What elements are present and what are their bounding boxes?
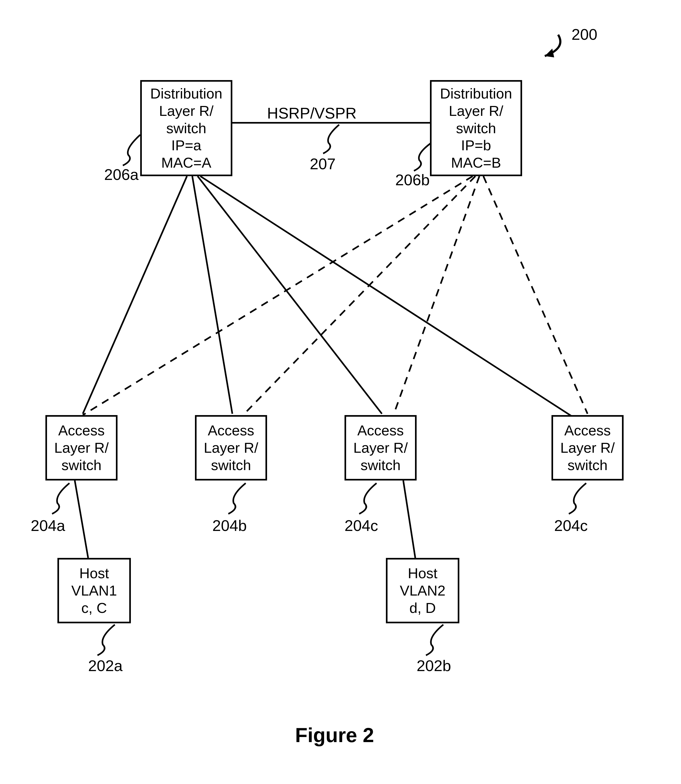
figure-ref-arrow	[545, 35, 560, 57]
node-text: c, C	[81, 599, 107, 616]
node-text: switch	[62, 457, 101, 474]
callout-curve-207	[323, 125, 339, 153]
node-host-2: Host VLAN2 d, D	[386, 558, 459, 623]
node-text: VLAN2	[400, 582, 445, 599]
callout-207: 207	[310, 155, 336, 173]
node-text: IP=b	[461, 137, 491, 154]
callout-204c2: 204c	[554, 517, 588, 534]
edge-access3-host2	[403, 481, 415, 558]
node-access-3: Access Layer R/ switch	[345, 415, 417, 481]
callout-202a: 202a	[88, 657, 123, 675]
node-text: Layer R/	[560, 439, 615, 457]
link-label-hsrp-vspr: HSRP/VSPR	[267, 104, 356, 122]
node-text: Layer R/	[54, 439, 109, 457]
callout-206b: 206b	[395, 171, 430, 189]
node-text: Layer R/	[159, 102, 213, 120]
node-distribution-a: Distribution Layer R/ switch IP=a MAC=A	[140, 80, 232, 176]
node-text: Distribution	[440, 85, 512, 102]
figure-caption: Figure 2	[295, 723, 374, 747]
node-access-4: Access Layer R/ switch	[551, 415, 624, 481]
callout-curve-206b	[414, 143, 431, 171]
node-text: Layer R/	[204, 439, 258, 457]
node-text: switch	[166, 120, 206, 137]
node-text: switch	[567, 457, 608, 474]
node-text: switch	[361, 457, 401, 474]
node-text: switch	[211, 457, 251, 474]
edge-distA-access1	[83, 176, 187, 414]
edge-distA-access2	[192, 176, 232, 414]
callout-curve-202b	[426, 624, 443, 655]
node-text: VLAN1	[71, 582, 117, 599]
node-text: Access	[58, 422, 105, 439]
node-text: Access	[564, 422, 611, 439]
callout-curve-206a	[123, 135, 140, 166]
node-access-2: Access Layer R/ switch	[195, 415, 267, 481]
callout-204a: 204a	[31, 517, 65, 534]
node-text: MAC=B	[451, 154, 501, 171]
node-text: Host	[79, 564, 109, 582]
edge-distB-access2	[244, 176, 475, 414]
node-text: Layer R/	[449, 102, 503, 120]
node-distribution-b: Distribution Layer R/ switch IP=b MAC=B	[430, 80, 522, 176]
edge-distB-access1	[83, 176, 473, 415]
callout-206a: 206a	[104, 166, 139, 183]
node-host-1: Host VLAN1 c, C	[57, 558, 131, 623]
node-text: switch	[456, 120, 496, 137]
edge-distB-access3	[394, 176, 479, 414]
node-access-1: Access Layer R/ switch	[45, 415, 117, 481]
figure-ref-label: 200	[572, 25, 597, 43]
node-text: Distribution	[150, 85, 222, 102]
svg-marker-0	[545, 49, 554, 57]
edge-access1-host1	[75, 481, 88, 558]
node-text: Layer R/	[353, 439, 408, 457]
callout-204c: 204c	[345, 517, 378, 534]
callout-204b: 204b	[212, 517, 247, 534]
node-text: Access	[208, 422, 254, 439]
callout-curve-204c	[359, 483, 377, 514]
node-text: Host	[408, 564, 437, 582]
callout-202b: 202b	[417, 657, 451, 675]
node-text: MAC=A	[161, 154, 212, 171]
edge-distA-access3	[198, 176, 382, 414]
callout-curve-204a	[52, 483, 70, 514]
callout-curve-202a	[98, 624, 115, 655]
edge-distB-access4	[483, 176, 588, 414]
node-text: Access	[357, 422, 404, 439]
edge-distA-access4	[200, 176, 574, 418]
callout-curve-204b	[228, 483, 246, 514]
node-text: d, D	[409, 599, 436, 616]
callout-curve-204c2	[569, 483, 586, 514]
node-text: IP=a	[171, 137, 201, 154]
